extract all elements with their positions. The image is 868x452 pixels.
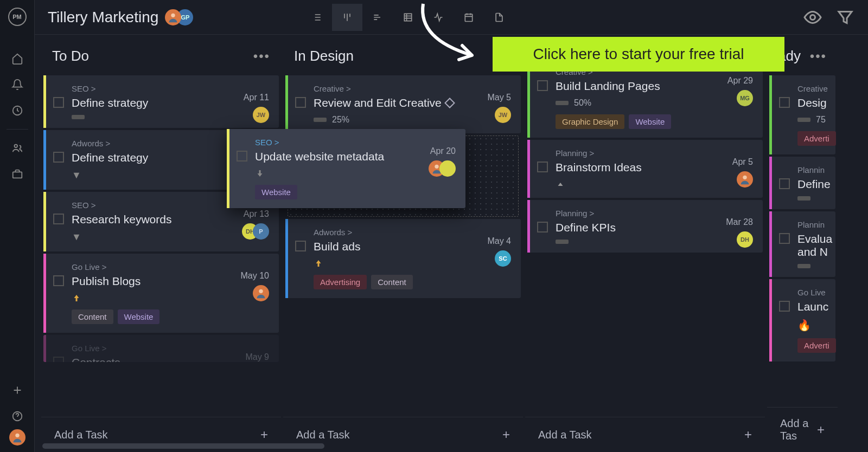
task-card[interactable]: Planning > Brainstorm Ideas Apr 5 [527, 140, 763, 198]
checkbox[interactable] [295, 241, 306, 251]
card-title: Define strategy [72, 96, 269, 109]
filter-icon[interactable] [835, 8, 855, 27]
user-avatar[interactable] [9, 429, 25, 445]
tag: Adverti [797, 131, 836, 146]
card-title: Desig [797, 96, 826, 109]
header: Tillery Marketing GP [35, 0, 868, 35]
add-task-button[interactable]: Add a Tas+ [767, 407, 838, 452]
tag: Adverti [797, 338, 836, 353]
cta-banner[interactable]: Click here to start your free trial [493, 37, 784, 72]
tag: Content [371, 275, 413, 289]
card-date: May 5 [487, 93, 511, 102]
card-category: Go Live > [72, 262, 269, 272]
chevron-up-icon [556, 179, 753, 189]
view-board-icon[interactable] [332, 4, 362, 31]
card-category: Creative [797, 84, 826, 93]
progress-pct: 50% [574, 98, 591, 108]
card-category: Adwords > [314, 228, 511, 237]
progress-pct: 25% [332, 115, 349, 125]
checkbox[interactable] [537, 222, 548, 233]
view-list-icon[interactable] [302, 4, 332, 31]
task-card[interactable]: Go Live Launc 🔥 Adverti [769, 279, 835, 361]
add-task-button[interactable]: Add a Task+ [525, 417, 765, 452]
plus-icon[interactable] [0, 377, 35, 403]
plus-icon: + [502, 427, 510, 442]
checkbox[interactable] [53, 357, 64, 362]
card-date: May 9 [245, 352, 269, 362]
svg-point-4 [15, 434, 19, 437]
help-icon[interactable] [0, 403, 35, 429]
task-card[interactable]: Adwords > Build ads May 4 SC Advertising… [285, 219, 521, 298]
task-card[interactable]: Go Live > Contracts May 9 [43, 335, 279, 362]
tag: Advertising [314, 275, 367, 289]
checkbox[interactable] [779, 97, 790, 108]
checkbox[interactable] [537, 162, 548, 172]
tag: Website [255, 185, 297, 199]
plus-icon: + [260, 427, 268, 442]
task-card[interactable]: Creative > Review and Edit Creative May … [285, 75, 521, 133]
svg-point-9 [259, 289, 263, 293]
visibility-icon[interactable] [803, 8, 822, 27]
checkbox[interactable] [53, 275, 64, 286]
horizontal-scrollbar[interactable] [42, 443, 324, 449]
view-calendar-icon[interactable] [454, 4, 484, 31]
column-title: In Design [294, 48, 354, 64]
task-card[interactable]: Go Live > Publish Blogs May 10 ContentWe… [43, 254, 279, 333]
checkbox[interactable] [779, 301, 790, 312]
app-logo[interactable]: PM [8, 8, 27, 26]
checkbox[interactable] [237, 151, 247, 162]
clock-icon[interactable] [0, 98, 35, 124]
page-title: Tillery Marketing [48, 9, 158, 26]
card-category: Go Live > [72, 344, 269, 353]
checkbox[interactable] [53, 97, 64, 108]
card-title: Build ads [314, 240, 511, 253]
task-card[interactable]: Plannin Define [769, 157, 835, 209]
checkbox[interactable] [295, 97, 306, 108]
tag: Graphic Design [556, 114, 624, 129]
people-icon[interactable] [0, 135, 35, 161]
card-title: Research keywords [72, 213, 269, 226]
task-card[interactable]: SEO > Define strategy Apr 11 JW [43, 75, 279, 128]
chevron-down-icon: ▼ [72, 231, 269, 243]
checkbox[interactable] [779, 178, 790, 189]
tag: Content [72, 309, 113, 324]
home-icon[interactable] [0, 46, 35, 72]
card-title: Brainstorm Ideas [556, 161, 753, 174]
priority-up-icon [72, 293, 269, 303]
card-date: Apr 5 [732, 157, 753, 167]
task-card[interactable]: Creative Desig 75 Adverti [769, 75, 835, 154]
diamond-icon [444, 98, 455, 108]
task-card-dragging[interactable]: SEO > Update website metadata Apr 20 Web… [227, 129, 465, 208]
checkbox[interactable] [53, 152, 64, 163]
progress-pct: 75 [816, 115, 826, 125]
card-category: Planning > [556, 209, 753, 218]
view-file-icon[interactable] [484, 4, 514, 31]
briefcase-icon[interactable] [0, 161, 35, 187]
card-category: Plannin [797, 220, 826, 229]
bell-icon[interactable] [0, 72, 35, 98]
header-avatars[interactable]: GP [169, 9, 193, 25]
card-avatars: DHP [247, 223, 269, 240]
task-card[interactable]: Planning > Define KPIs Mar 28 DH [527, 200, 763, 253]
card-title: Build Landing Pages [556, 80, 753, 93]
card-avatars: JW [500, 107, 511, 123]
kanban-column: Creative > Build Landing Pages Apr 29 MG… [525, 48, 765, 452]
view-sheet-icon[interactable] [393, 4, 423, 31]
column-menu-icon[interactable]: ••• [810, 49, 827, 64]
card-avatars: DH [742, 231, 753, 248]
card-category: Creative > [314, 84, 511, 93]
column-title: To Do [52, 48, 89, 64]
card-title: Launc [797, 300, 826, 313]
arrow-down-icon [255, 169, 456, 178]
card-avatars: JW [258, 107, 269, 123]
checkbox[interactable] [537, 80, 548, 91]
task-card[interactable]: Plannin Evalua and N [769, 211, 835, 277]
column-menu-icon[interactable]: ••• [253, 49, 270, 64]
view-gantt-icon[interactable] [362, 4, 393, 31]
card-title: Review and Edit Creative [314, 96, 511, 109]
checkbox[interactable] [53, 214, 64, 224]
checkbox[interactable] [779, 233, 790, 244]
view-activity-icon[interactable] [423, 4, 454, 31]
svg-rect-7 [465, 14, 473, 21]
card-title: Update website metadata [255, 150, 456, 163]
